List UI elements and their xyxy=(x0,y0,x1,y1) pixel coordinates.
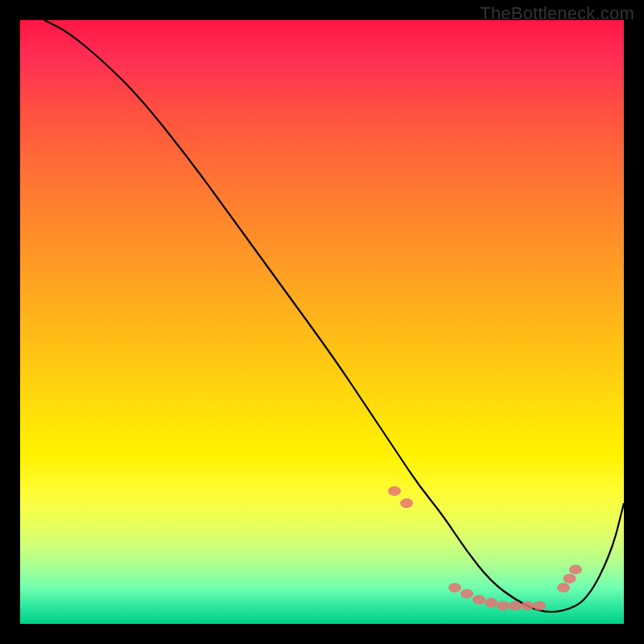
marker-dot xyxy=(521,601,534,611)
marker-dot xyxy=(564,574,576,584)
watermark-text: TheBottleneck.com xyxy=(480,3,634,24)
marker-dot xyxy=(388,486,401,496)
chart-svg xyxy=(20,20,624,624)
marker-dot xyxy=(400,498,413,508)
marker-dot xyxy=(569,565,582,575)
marker-group xyxy=(388,486,582,611)
marker-dot xyxy=(533,601,546,611)
marker-dot xyxy=(448,583,461,592)
marker-dot xyxy=(460,589,473,599)
marker-dot xyxy=(497,601,510,611)
plot-area xyxy=(20,20,624,624)
bottleneck-curve-line xyxy=(44,20,624,612)
marker-dot xyxy=(473,595,485,605)
marker-dot xyxy=(557,583,570,592)
marker-dot xyxy=(485,598,497,608)
marker-dot xyxy=(509,601,522,611)
